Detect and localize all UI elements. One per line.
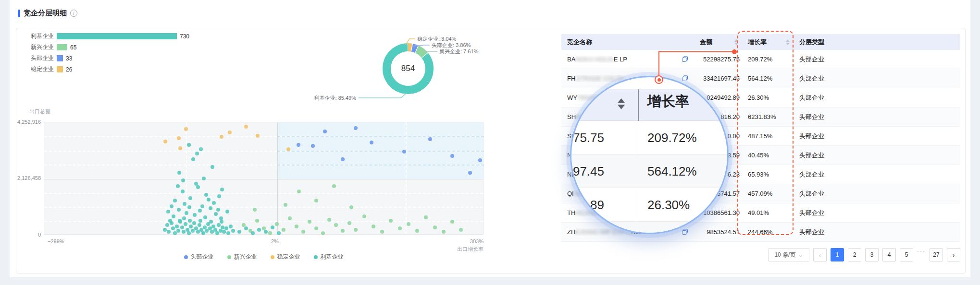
bar <box>57 44 67 50</box>
scatter-point-新兴企业 <box>341 229 345 233</box>
cell-company-name: BANGKA HOLDIE LP <box>561 56 694 63</box>
prev-page-button[interactable]: ‹ <box>813 248 827 261</box>
bar-value: 730 <box>180 33 189 40</box>
page-button-3[interactable]: 3 <box>865 248 879 261</box>
scatter-point-新兴企业 <box>301 230 305 234</box>
copy-icon[interactable] <box>682 56 688 62</box>
scatter-point-利基企业 <box>177 171 181 175</box>
page-button-2[interactable]: 2 <box>848 248 861 261</box>
scatter-point-利基企业 <box>180 226 184 229</box>
page-title: 竞企分层明细 <box>24 9 67 18</box>
scatter-point-新兴企业 <box>442 230 446 234</box>
info-icon[interactable]: i <box>70 10 77 17</box>
column-header-growth: 增长率 <box>742 34 794 50</box>
column-header-amount-label: 金额 <box>700 38 712 47</box>
scatter-point-利基企业 <box>165 223 169 227</box>
lens-row: 97.45564.12% <box>571 154 727 188</box>
scatter-point-新兴企业 <box>362 214 366 218</box>
scatter-point-利基企业 <box>229 225 233 228</box>
scatter-point-利基企业 <box>195 152 199 155</box>
bar-value: 65 <box>70 44 76 51</box>
name-prefix: ZH <box>567 228 575 236</box>
scatter-point-稳定企业 <box>184 127 188 131</box>
lens-amount-fragment: 75.75 <box>571 121 604 154</box>
scatter-point-新兴企业 <box>268 231 272 235</box>
scatter-point-稳定企业 <box>220 135 223 139</box>
legend-label: 新兴企业 <box>234 253 257 261</box>
scatter-point-利基企业 <box>216 208 220 212</box>
scatter-point-新兴企业 <box>354 228 358 232</box>
scatter-point-利基企业 <box>184 222 187 226</box>
legend-dot <box>227 255 231 259</box>
scatter-point-稳定企业 <box>228 131 232 134</box>
legend-dot <box>314 255 318 259</box>
scatter-point-利基企业 <box>277 231 281 235</box>
cell-tier: 头部企业 <box>794 113 960 121</box>
next-page-button[interactable]: › <box>947 248 960 261</box>
lens-growth-value: 26.30% <box>647 188 690 222</box>
bar <box>57 33 177 39</box>
cell-tier: 头部企业 <box>794 94 960 102</box>
pagination: 10 条/页 ⌄ ‹12345···27› <box>561 248 960 261</box>
name-prefix: FH <box>567 75 575 82</box>
page-button-4[interactable]: 4 <box>882 248 896 261</box>
page-button-1[interactable]: 1 <box>831 248 844 261</box>
scatter-point-新兴企业 <box>347 221 351 225</box>
scatter-point-利基企业 <box>191 229 195 233</box>
copy-icon[interactable] <box>682 229 688 235</box>
donut-callout-emerging: 新兴企业: 7.61% <box>439 48 478 55</box>
page-size-select[interactable]: 10 条/页 ⌄ <box>768 248 809 261</box>
scatter-point-头部企业 <box>450 154 454 158</box>
scatter-point-利基企业 <box>194 182 198 186</box>
scatter-point-头部企业 <box>478 158 482 162</box>
column-header-growth-label: 增长率 <box>748 38 767 47</box>
scatter-point-利基企业 <box>170 204 174 208</box>
legend-item-新兴企业[interactable]: 新兴企业 <box>227 253 257 261</box>
scatter-point-头部企业 <box>341 157 345 161</box>
legend-label: 稳定企业 <box>277 253 300 261</box>
legend-item-稳定企业[interactable]: 稳定企业 <box>271 253 300 261</box>
name-prefix: SH <box>567 113 576 120</box>
scatter-point-新兴企业 <box>433 226 437 229</box>
bar-value: 26 <box>66 66 72 73</box>
page-size-label: 10 条/页 <box>774 251 795 259</box>
copy-icon[interactable] <box>682 75 688 82</box>
annotation-connector-ring <box>655 75 663 84</box>
scatter-point-利基企业 <box>173 199 177 202</box>
cell-amount: 9853524.51 <box>694 228 742 236</box>
scatter-point-稳定企业 <box>256 134 260 138</box>
section-header: 竞企分层明细 i <box>18 9 77 18</box>
scatter-point-利基企业 <box>198 219 202 223</box>
scatter-point-利基企业 <box>167 230 171 234</box>
lens-column-divider <box>638 89 639 121</box>
scatter-point-利基企业 <box>166 210 170 214</box>
cell-growth: 457.09% <box>742 190 794 197</box>
scatter-point-新兴企业 <box>321 231 325 235</box>
scatter-point-新兴企业 <box>450 220 454 224</box>
scatter-ytick-mid: 2,126,458 <box>16 175 41 181</box>
page-buttons: ‹12345···27› <box>813 248 960 261</box>
legend-item-头部企业[interactable]: 头部企业 <box>184 253 214 261</box>
scatter-point-利基企业 <box>264 230 268 234</box>
legend-item-利基企业[interactable]: 利基企业 <box>314 253 344 261</box>
scatter-point-利基企业 <box>198 209 202 213</box>
scatter-legend: 头部企业新兴企业稳定企业利基企业 <box>44 253 484 261</box>
sort-growth-icon[interactable] <box>786 39 790 45</box>
name-prefix: BA <box>567 56 575 63</box>
scatter-ytick-max: 4,252,916 <box>16 119 41 125</box>
scatter-point-头部企业 <box>311 144 315 148</box>
page-button-27[interactable]: 27 <box>930 248 943 261</box>
scatter-point-利基企业 <box>222 230 226 234</box>
scatter-point-新兴企业 <box>398 226 402 230</box>
page-button-5[interactable]: 5 <box>900 248 913 261</box>
scatter-point-新兴企业 <box>295 225 298 228</box>
scatter-point-新兴企业 <box>459 228 463 232</box>
scatter-point-利基企业 <box>226 231 230 235</box>
scatter-point-头部企业 <box>354 126 358 130</box>
scatter-point-利基企业 <box>191 157 195 161</box>
scatter-point-利基企业 <box>196 185 200 189</box>
cell-tier: 头部企业 <box>794 74 960 83</box>
table-row[interactable]: BANGKA HOLDIE LP52298275.75209.72%头部企业 <box>561 50 960 69</box>
sort-amount-icon[interactable] <box>734 39 738 45</box>
scatter-point-新兴企业 <box>282 228 285 232</box>
